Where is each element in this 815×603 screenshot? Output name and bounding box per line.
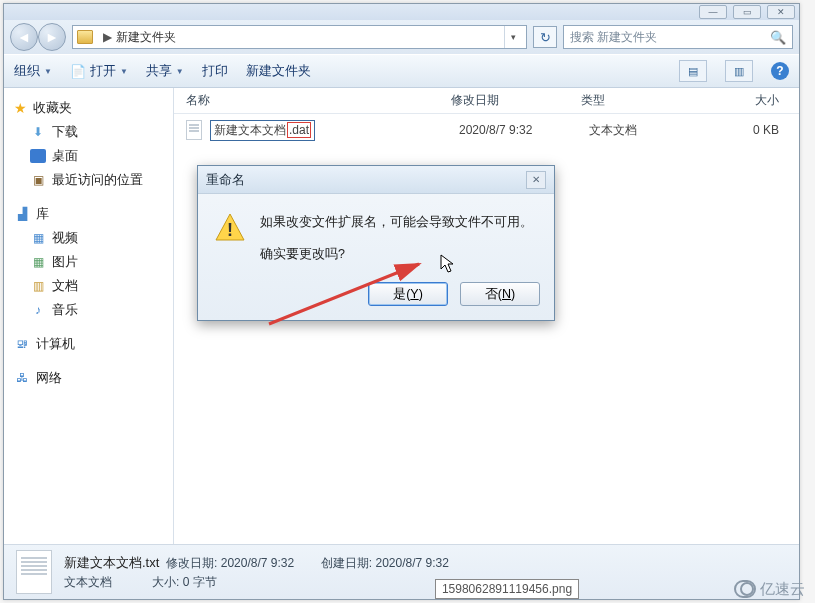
music-icon: ♪: [30, 303, 46, 317]
sidebar-item-documents[interactable]: ▥文档: [12, 274, 169, 298]
nav-row: ◄ ► ▶ 新建文件夹 ▾ ↻ 搜索 新建文件夹 🔍: [4, 20, 799, 54]
sidebar-item-recent[interactable]: ▣最近访问的位置: [12, 168, 169, 192]
search-icon: 🔍: [770, 30, 786, 45]
rename-basename: 新建文本文档: [214, 122, 286, 139]
details-mod-label: 修改日期:: [166, 556, 217, 570]
video-icon: ▦: [30, 231, 46, 245]
sidebar-libraries[interactable]: ▟库: [12, 202, 169, 226]
share-menu[interactable]: 共享▼: [146, 62, 184, 80]
col-type[interactable]: 类型: [581, 92, 691, 109]
col-size[interactable]: 大小: [691, 92, 799, 109]
details-size-label: 大小:: [152, 575, 179, 589]
details-create-value: 2020/8/7 9:32: [375, 556, 448, 570]
details-pane: 新建文本文档.txt 修改日期: 2020/8/7 9:32 创建日期: 202…: [4, 544, 799, 599]
sidebar-item-downloads[interactable]: ⬇下载: [12, 120, 169, 144]
document-icon: ▥: [30, 279, 46, 293]
network-icon: 🖧: [14, 371, 30, 385]
folder-icon: [77, 30, 93, 44]
open-menu[interactable]: 📄打开▼: [70, 62, 128, 80]
sidebar-network[interactable]: 🖧网络: [12, 366, 169, 390]
col-name[interactable]: 名称: [186, 92, 451, 109]
breadcrumb-folder[interactable]: 新建文件夹: [116, 29, 176, 46]
sidebar-item-desktop[interactable]: 桌面: [12, 144, 169, 168]
search-placeholder: 搜索 新建文件夹: [570, 29, 657, 46]
details-filename: 新建文本文档.txt: [64, 555, 159, 570]
details-file-icon: [16, 550, 52, 594]
details-type: 文本文档: [64, 575, 112, 589]
preview-pane-button[interactable]: ▥: [725, 60, 753, 82]
star-icon: ★: [14, 100, 27, 116]
refresh-button[interactable]: ↻: [533, 26, 557, 48]
dialog-body: ! 如果改变文件扩展名，可能会导致文件不可用。 确实要更改吗?: [198, 194, 554, 274]
sidebar-computer[interactable]: 🖳计算机: [12, 332, 169, 356]
download-icon: ⬇: [30, 125, 46, 139]
dialog-button-row: 是(Y) 否(N): [198, 274, 554, 320]
library-icon: ▟: [14, 207, 30, 221]
desktop-icon: [30, 149, 46, 163]
details-create-label: 创建日期:: [321, 556, 372, 570]
computer-icon: 🖳: [14, 337, 30, 351]
sidebar-favorites[interactable]: ★收藏夹: [12, 96, 169, 120]
recent-icon: ▣: [30, 173, 46, 187]
svg-text:!: !: [227, 220, 233, 240]
dialog-message: 如果改变文件扩展名，可能会导致文件不可用。: [260, 212, 533, 232]
yes-button[interactable]: 是(Y): [368, 282, 448, 306]
nav-forward-button[interactable]: ►: [38, 23, 66, 51]
dialog-title-text: 重命名: [206, 171, 245, 189]
breadcrumb-sep-icon: ▶: [103, 30, 112, 44]
rename-dialog: 重命名 ✕ ! 如果改变文件扩展名，可能会导致文件不可用。 确实要更改吗? 是(…: [197, 165, 555, 321]
search-input[interactable]: 搜索 新建文件夹 🔍: [563, 25, 793, 49]
toolbar: 组织▼ 📄打开▼ 共享▼ 打印 新建文件夹 ▤ ▥ ?: [4, 54, 799, 88]
details-size-value: 0 字节: [183, 575, 217, 589]
maximize-button[interactable]: ▭: [733, 5, 761, 19]
nav-sidebar: ★收藏夹 ⬇下载 桌面 ▣最近访问的位置 ▟库 ▦视频 ▦图片 ▥文档 ♪音乐 …: [4, 88, 174, 544]
dialog-question: 确实要更改吗?: [260, 244, 533, 264]
dialog-titlebar: 重命名 ✕: [198, 166, 554, 194]
nav-history: ◄ ►: [10, 23, 66, 51]
window-titlebar: — ▭ ✕: [4, 4, 799, 20]
file-row[interactable]: 新建文本文档.dat 2020/8/7 9:32 文本文档 0 KB: [174, 114, 799, 146]
no-button[interactable]: 否(N): [460, 282, 540, 306]
rename-extension: .dat: [287, 122, 311, 138]
nav-back-button[interactable]: ◄: [10, 23, 38, 51]
address-bar[interactable]: ▶ 新建文件夹 ▾: [72, 25, 527, 49]
help-button[interactable]: ?: [771, 62, 789, 80]
sidebar-item-pictures[interactable]: ▦图片: [12, 250, 169, 274]
minimize-button[interactable]: —: [699, 5, 727, 19]
organize-menu[interactable]: 组织▼: [14, 62, 52, 80]
file-icon: [186, 120, 202, 140]
picture-icon: ▦: [30, 255, 46, 269]
warning-icon: !: [214, 212, 246, 244]
file-date: 2020/8/7 9:32: [459, 123, 589, 137]
address-dropdown-icon[interactable]: ▾: [504, 26, 522, 48]
rename-input[interactable]: 新建文本文档.dat: [210, 120, 315, 141]
sidebar-item-music[interactable]: ♪音乐: [12, 298, 169, 322]
sidebar-item-videos[interactable]: ▦视频: [12, 226, 169, 250]
view-mode-button[interactable]: ▤: [679, 60, 707, 82]
col-date[interactable]: 修改日期: [451, 92, 581, 109]
close-button[interactable]: ✕: [767, 5, 795, 19]
print-button[interactable]: 打印: [202, 62, 228, 80]
column-header-row: 名称 修改日期 类型 大小: [174, 88, 799, 114]
details-mod-value: 2020/8/7 9:32: [221, 556, 294, 570]
explorer-window: — ▭ ✕ ◄ ► ▶ 新建文件夹 ▾ ↻ 搜索 新建文件夹 🔍 组织▼ 📄打开…: [3, 3, 800, 600]
new-folder-button[interactable]: 新建文件夹: [246, 62, 311, 80]
file-type: 文本文档: [589, 122, 699, 139]
file-size: 0 KB: [699, 123, 799, 137]
dialog-close-button[interactable]: ✕: [526, 171, 546, 189]
